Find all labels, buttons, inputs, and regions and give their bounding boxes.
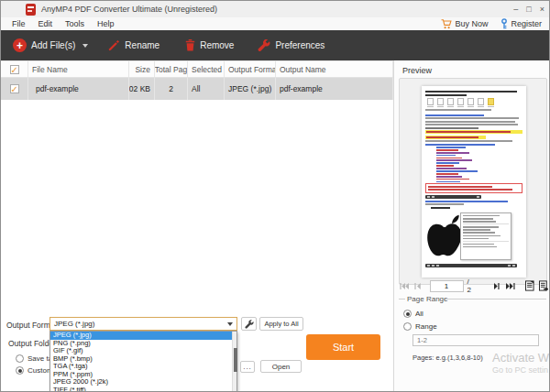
apple-logo-graphic [425,211,522,262]
col-output-format[interactable]: Output Forma [225,61,276,77]
page-icons-graphic [427,98,522,105]
row-total-pages: 2 [155,78,188,100]
start-button[interactable]: Start [306,334,380,360]
save-target-radio[interactable] [16,354,24,363]
buy-now-button[interactable]: Buy Now [441,19,488,29]
next-page-icon[interactable] [494,282,500,290]
app-icon [26,4,36,16]
key-icon [500,18,508,29]
menu-edit[interactable]: Edit [38,19,53,28]
page-range-all-radio[interactable] [403,310,412,318]
wrench-icon [258,39,270,51]
page-range-all-label: All [415,310,424,318]
combobox-caret-icon [227,322,233,326]
trash-icon [185,39,195,51]
col-total-pages[interactable]: Total Pag [155,61,188,77]
output-format-value: JPEG (*.jpg) [54,320,94,328]
maximize-button[interactable]: □ [526,5,531,14]
page-list-icon[interactable] [525,279,534,292]
page-range-range-label: Range [415,322,437,331]
preferences-label: Preferences [275,40,324,50]
page-range-title: Page Range [407,295,447,303]
add-files-label: Add File(s) [31,40,75,50]
remove-button[interactable]: Remove [185,39,234,51]
highlight-bar [425,136,486,139]
preview-frame [399,78,547,285]
app-window: AnyMP4 PDF Converter Ultimate (Unregiste… [0,0,550,392]
page-range-range-radio[interactable] [403,322,412,331]
checkbox-checked-icon [10,84,19,93]
pencil-icon [108,39,120,51]
wrench-icon [245,320,254,329]
add-files-caret-icon[interactable] [82,44,88,48]
add-plus-icon: + [13,38,27,52]
highlight-bar [425,130,522,134]
col-size[interactable]: Size [129,61,155,77]
activate-windows-watermark-line2: Go to PC settin [492,365,548,375]
menu-help[interactable]: Help [97,19,115,28]
menu-tools[interactable]: Tools [65,19,84,28]
media-bar-graphic [425,264,517,267]
rename-label: Rename [125,40,160,50]
output-format-dropdown: JPEG (*.jpg) PNG (*.png) GIF (*.gif) BMP… [50,331,237,392]
col-output-name[interactable]: Output Name [276,61,393,77]
row-checkbox[interactable] [1,78,28,100]
preview-nav-bar: / 2 [398,278,548,293]
rename-button[interactable]: Rename [108,39,160,51]
title-bar: AnyMP4 PDF Converter Ultimate (Unregiste… [1,1,550,17]
code-lines-graphic [436,147,522,182]
dropdown-scrollbar[interactable] [232,332,236,392]
prev-page-icon[interactable] [414,282,421,290]
register-button[interactable]: Register [500,18,542,29]
remove-label: Remove [200,40,234,50]
row-size: 97.02 KB [129,78,155,100]
buy-now-label: Buy Now [455,19,488,28]
minimize-button[interactable]: – [513,5,518,14]
add-page-icon[interactable] [539,279,548,292]
preview-panel: Preview [393,60,550,392]
preferences-button[interactable]: Preferences [258,39,324,51]
row-output-name: pdf-example [276,78,393,100]
checkbox-checked-icon [10,65,19,74]
select-all-checkbox[interactable] [1,61,28,77]
col-file-name[interactable]: File Name [28,61,129,77]
page-range-input[interactable] [412,334,539,346]
add-files-button[interactable]: + Add File(s) [13,38,88,52]
page-range-hint: Pages: e.g.(1,3,6,8-10) [412,354,483,362]
preview-page-thumbnail[interactable] [422,86,526,278]
dropdown-scrollbar-thumb[interactable] [234,348,237,371]
row-selected-pages: All [188,78,225,100]
open-folder-button[interactable]: Open [260,360,302,373]
last-page-icon[interactable] [506,282,515,290]
total-pages-label: / 2 [468,278,474,294]
preview-label: Preview [402,66,432,75]
apply-to-all-button[interactable]: Apply to All [259,317,303,331]
window-title: AnyMP4 PDF Converter Ultimate (Unregiste… [41,5,217,14]
context-menu-graphic [460,212,512,260]
red-callout-box [425,183,522,193]
menu-file[interactable]: File [12,19,26,28]
cart-icon [441,19,452,29]
first-page-icon[interactable] [400,282,409,290]
close-button[interactable]: × [540,5,544,14]
browse-folder-button[interactable]: ... [240,361,255,373]
menu-bar: File Edit Tools Help Buy Now Register [1,17,550,30]
file-table-header: File Name Size Total Pag Selected Output… [1,60,393,78]
customize-radio[interactable] [16,366,24,375]
dropdown-option-tiff[interactable]: TIFF (*.tiff) [50,387,236,392]
table-row[interactable]: pdf-example 97.02 KB 2 All JPEG (*.jpg) … [1,78,393,100]
register-label: Register [511,19,542,28]
col-selected[interactable]: Selected [188,61,225,77]
main-toolbar: + Add File(s) Rename Remove Preferences [1,30,550,60]
format-settings-button[interactable] [241,317,257,331]
activate-windows-watermark: Activate Wi [492,351,550,365]
row-file-name: pdf-example [28,78,129,100]
output-format-combobox[interactable]: JPEG (*.jpg) [50,317,237,331]
media-bar-graphic [425,195,481,199]
page-number-input[interactable] [430,280,464,292]
row-output-format: JPEG (*.jpg) [225,78,276,100]
